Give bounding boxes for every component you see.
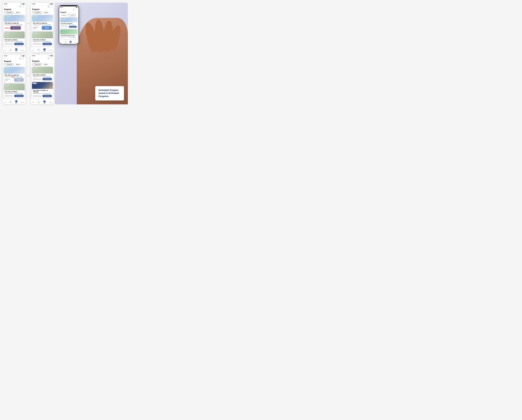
tab-inactive-3[interactable]: ✓ Neaktivni — [4, 63, 14, 66]
more-icon-1[interactable]: ⋮ — [23, 6, 24, 8]
tab-inactive-phone[interactable]: Neaktivni — [61, 14, 68, 16]
nav-kuponi-4[interactable]: 🏷 Kuponi — [43, 100, 46, 104]
info-icon-2-1[interactable]: i — [42, 24, 43, 25]
nav-trgovina-3[interactable]: 🛒 Trgovina — [9, 100, 12, 104]
nav-dom-1[interactable]: ⌂ Dom — [4, 48, 6, 52]
more-info-2-1[interactable]: Več informacij — [44, 24, 51, 25]
tab-inactive-1[interactable]: ✓ Neaktivni — [4, 11, 14, 14]
activate-btn-3-2[interactable]: Aktiviraj kupon — [14, 95, 24, 97]
info-icon-1-2[interactable]: i — [14, 41, 15, 42]
tab-active-1[interactable]: Aktivni — [15, 11, 21, 14]
shop-icon-2: 🛒 — [38, 48, 39, 50]
deactivate-btn-2-2[interactable]: Deaktiviraj kupon — [33, 43, 41, 45]
novo-badge-3-1: NOVO — [4, 67, 8, 69]
activate-btn-2-2[interactable]: Aktiviraj kupon — [43, 43, 52, 45]
info-icon-2-2[interactable]: i — [42, 41, 43, 42]
activate-btn-3-1[interactable]: Aktiviran kupon Drag ↓ — [14, 78, 24, 82]
nav-trgovina-phone[interactable]: 🛒 Trgovina — [64, 41, 67, 44]
deactivate-btn-4-1[interactable]: Deaktiviraj kupon — [33, 78, 41, 80]
activate-btn-4-1[interactable]: Aktiviraj kupon — [43, 78, 52, 80]
more-info-phone-2[interactable]: Več informacij — [70, 37, 76, 38]
more-icon-4[interactable]: ⋮ — [51, 57, 53, 59]
coupon-title-1-2: 10x točk na dišave — [5, 39, 24, 41]
more-icon-phone[interactable]: ⋮ — [76, 9, 77, 10]
status-bar-phone: 12:30 ▾◀▮ — [59, 6, 78, 8]
search-icon-phone[interactable]: 🔍 — [73, 9, 75, 10]
more-icon-2[interactable]: ⋮ — [51, 6, 53, 8]
status-bar-3: 12:30 ▾ ◀ ▮▮▮ — [3, 55, 26, 57]
back-icon-4[interactable]: ← — [32, 57, 34, 59]
more-info-2-2[interactable]: Več informacij — [44, 41, 51, 42]
nav-kuponi-1[interactable]: 🏷 Kuponi — [15, 48, 18, 52]
status-bar-2: 12:30 ▾ ◀ ▮▮▮ — [31, 3, 54, 5]
back-icon-1[interactable]: ← — [4, 5, 6, 8]
nav-dom-3[interactable]: ⌂ Dom — [4, 100, 6, 104]
heart-icon-2: ♡ — [50, 48, 51, 50]
nav-prijavljeni-phone[interactable]: ♡ Prijavljeni — [74, 41, 77, 44]
coupon-card-4-1: NOVO 10x točk na dišave Veljaven do 25.8… — [32, 67, 53, 81]
more-info-phone-1[interactable]: Več informacij — [70, 24, 76, 25]
nav-trgovina-4[interactable]: 🛒 Trgovina — [37, 100, 40, 104]
activate-btn-1-1[interactable]: Aktiviraj kupon — [11, 26, 20, 29]
nav-dom-4[interactable]: ⌂ Dom — [32, 100, 34, 104]
activate-btn-4-2[interactable]: Aktiviraj kupon — [43, 95, 52, 97]
deactivate-btn-3-2[interactable]: Deaktiviraj kupon — [5, 95, 13, 97]
nav-trgovina-1[interactable]: 🛒 Trgovina — [9, 48, 12, 52]
search-icon-1[interactable]: 🔍 — [19, 6, 21, 8]
more-info-4-1[interactable]: Več informacij — [44, 76, 51, 77]
more-info-1-1[interactable]: Več informacij — [16, 24, 23, 25]
search-icon-2[interactable]: 🔍 — [47, 6, 50, 8]
nav-prijavljeni-3[interactable]: ♡ Prijavljeni — [21, 100, 24, 104]
tab-active-2[interactable]: Aktivni — [43, 11, 49, 14]
coupon-image-1-2: NOVO — [4, 31, 25, 38]
activate-btn-1-2[interactable]: Aktiviraj kupon — [14, 43, 24, 45]
shop-icon-phone: 🛒 — [65, 41, 66, 42]
deactivate-btn-4-2[interactable]: Deaktiviraj kupon — [33, 95, 41, 97]
back-icon-3[interactable]: ← — [4, 57, 6, 59]
deactivate-btn-3-1[interactable]: Deaktiviraj kupon — [5, 78, 13, 81]
deactivate-btn-phone-1[interactable]: Deaktiviraj kupon — [61, 26, 68, 27]
back-icon-2[interactable]: ← — [32, 5, 34, 8]
coupon-image-2-1: NOVO — [32, 15, 53, 22]
deactivate-btn-2-1[interactable]: Deaktiviraj kupon — [33, 27, 41, 29]
more-info-4-2[interactable]: Več informacij — [44, 93, 51, 94]
nav-kuponi-2[interactable]: 🏷 Kuponi — [43, 48, 46, 52]
more-info-3-1[interactable]: Več informacij — [16, 76, 23, 77]
nav-prijavljeni-1[interactable]: ♡ Prijavljeni — [21, 48, 24, 52]
nav-kuponi-3[interactable]: 🏷 Kuponi — [15, 100, 18, 104]
coupon-body-2-1: 20x točk na nego las Veljaven do 25.8. i… — [32, 22, 53, 31]
coupon-list-4: NOVO 10x točk na dišave Veljaven do 25.8… — [31, 67, 54, 99]
nav-prijavljeni-2[interactable]: ♡ Prijavljeni — [49, 48, 53, 52]
tab-active-phone[interactable]: ✓ Aktivni — [68, 14, 76, 16]
nav-prijavljeni-4[interactable]: ♡ Prijavljeni — [49, 100, 53, 104]
nav-kuponi-phone[interactable]: 🏷 Kuponi — [69, 41, 72, 44]
nav-dom-2[interactable]: ⌂ Dom — [32, 48, 34, 52]
info-icon-4-2[interactable]: i — [42, 93, 43, 94]
kuponi-circle-3: 🏷 — [15, 100, 17, 103]
coupon-list-3: NOVO 20x točk na nego las Veljaven do 25… — [3, 67, 26, 99]
info-icon-1-1[interactable]: i — [14, 24, 15, 25]
activate-btn-phone-1[interactable]: Aktiviran kupon — [69, 26, 77, 28]
deactivate-btn-1-2[interactable]: Deaktiviraj kupon — [5, 43, 13, 45]
coupon-title-phone-2: 10x točk na hrano za pse — [61, 35, 77, 36]
more-info-3-2[interactable]: Več informacij — [16, 93, 23, 94]
tab-inactive-4[interactable]: ✓ Neaktivni — [32, 63, 42, 66]
home-icon-3: ⌂ — [5, 100, 6, 102]
info-icon-phone-2[interactable]: i — [69, 36, 69, 38]
back-icon-phone[interactable]: ← — [61, 9, 62, 10]
coupon-body-2-2: 10x točk na dišave Veljaven do 25.8. i V… — [32, 38, 53, 46]
kuponi-circle-phone: 🏷 — [70, 41, 71, 43]
tab-active-3[interactable]: Aktivni — [15, 63, 21, 66]
info-icon-4-1[interactable]: i — [42, 76, 43, 77]
more-icon-3[interactable]: ⋮ — [23, 57, 24, 59]
tab-active-4[interactable]: Aktivni — [43, 63, 49, 66]
info-icon-phone-1[interactable]: i — [69, 24, 69, 25]
info-icon-3-2[interactable]: i — [14, 93, 15, 94]
nav-dom-phone[interactable]: ⌂ Dom — [60, 41, 62, 44]
search-icon-4[interactable]: 🔍 — [47, 57, 50, 59]
tab-inactive-2[interactable]: ✓ Neaktivni — [32, 11, 42, 14]
more-info-1-2[interactable]: Več informacij — [16, 41, 23, 42]
activate-btn-2-1[interactable]: Aktivacija kupona — [42, 26, 52, 30]
search-icon-3[interactable]: 🔍 — [19, 57, 21, 59]
nav-trgovina-2[interactable]: 🛒 Trgovina — [37, 48, 40, 52]
